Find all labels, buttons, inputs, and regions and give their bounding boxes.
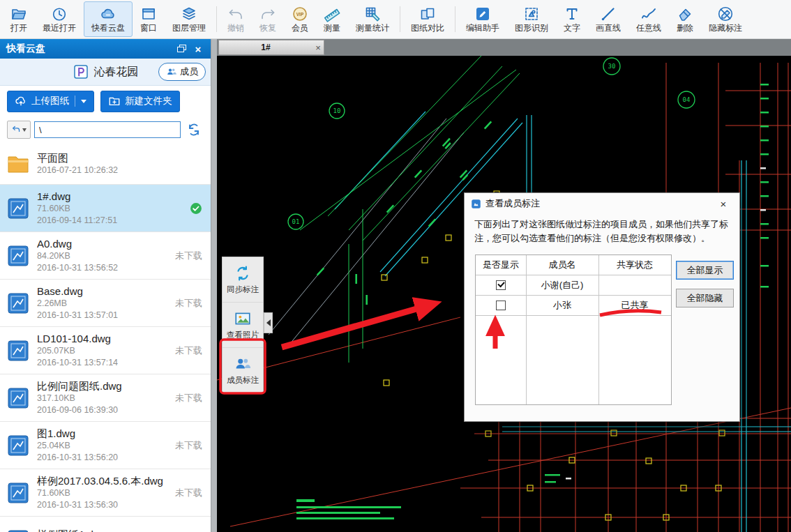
path-input[interactable]	[34, 121, 181, 138]
toolbar-label: 撤销	[227, 24, 244, 33]
back-dropdown-caret-icon	[22, 128, 27, 132]
toolbar-label: 快看云盘	[91, 24, 125, 33]
main-toolbar: 打开 最近打开 快看云盘 窗口 图层管理 撤销 恢复 VIP 会员	[0, 0, 791, 39]
toolbar-delete[interactable]: 删除	[669, 1, 701, 37]
dialog-close-icon[interactable]: ×	[714, 196, 733, 211]
project-icon	[73, 63, 89, 80]
toolbar-open[interactable]: 打开	[3, 1, 35, 37]
photo-icon	[234, 310, 252, 328]
file-date: 2016-09-14 11:27:51	[37, 215, 204, 227]
toolbar-draw-line[interactable]: 画直线	[588, 1, 628, 37]
line-tool-icon	[600, 6, 617, 22]
eraser-icon	[677, 6, 693, 22]
file-row[interactable]: LD101-104.dwg 205.07KB 2016-10-31 13:57:…	[0, 327, 211, 374]
toolbar-window[interactable]: 窗口	[133, 1, 165, 37]
panel-splitter[interactable]	[211, 39, 217, 532]
new-folder-button[interactable]: 新建文件夹	[100, 91, 180, 112]
file-row-selected[interactable]: 1#.dwg 71.60KB 2016-09-14 11:27:51	[0, 185, 211, 232]
toolbar-redo[interactable]: 恢复	[252, 1, 284, 37]
drawing-tab[interactable]: 1# ×	[218, 40, 324, 55]
project-row: 沁春花园 成员	[0, 59, 211, 86]
dwg-file-icon	[6, 386, 31, 411]
view-photos-button[interactable]: 查看照片	[223, 303, 263, 348]
toolbar-label: 打开	[10, 24, 27, 33]
file-name: 样例图纸1.dwg	[37, 528, 204, 532]
file-row-folder[interactable]: 平面图 2016-07-21 10:26:32	[0, 143, 211, 185]
dialog-titlebar[interactable]: 查看成员标注 ×	[465, 193, 739, 214]
members-icon	[166, 66, 177, 77]
table-header-row: 是否显示 成员名 共享状态	[476, 255, 671, 275]
hide-all-button[interactable]: 全部隐藏	[676, 289, 734, 307]
members-button-label: 成员	[180, 66, 198, 78]
layers-icon	[181, 6, 197, 22]
folder-icon	[6, 151, 31, 176]
member-annotations-icon	[234, 355, 252, 373]
refresh-button[interactable]	[184, 121, 204, 139]
project-name: 沁春花园	[94, 65, 139, 79]
dialog-title: 查看成员标注	[485, 197, 714, 210]
file-row[interactable]: 图1.dwg 25.04KB 2016-10-31 13:56:20 未下载	[0, 422, 211, 469]
downloaded-check-icon	[189, 202, 203, 215]
file-name: 平面图	[37, 151, 204, 165]
column-header: 是否显示	[476, 255, 526, 275]
toolbar-measure-stats[interactable]: 测量统计	[348, 1, 397, 37]
close-panel-icon[interactable]: ×	[192, 43, 204, 55]
panel-title: 快看云盘	[6, 43, 45, 55]
freehand-line-icon	[640, 6, 657, 22]
toolbar-freehand-line[interactable]: 任意线	[628, 1, 669, 37]
file-date: 2016-10-31 13:56:30	[37, 499, 204, 511]
show-annotations-checkbox[interactable]	[496, 301, 506, 310]
file-row[interactable]: 样例图纸1.dwg 64.13KB	[0, 517, 211, 532]
drive-actions-row: 上传图纸 新建文件夹	[0, 86, 211, 116]
annotation-palette: 同步标注 查看照片 成员标注	[222, 257, 264, 393]
file-row[interactable]: A0.dwg 84.20KB 2016-10-31 13:56:52 未下载	[0, 232, 211, 280]
toolbar-undo[interactable]: 撤销	[220, 1, 252, 37]
back-folder-button[interactable]	[7, 121, 31, 139]
toolbar-shape-recognition[interactable]: 图形识别	[507, 1, 556, 37]
file-row[interactable]: 样例2017.03.04.5.6.本.dwg 71.60KB 2016-10-3…	[0, 469, 211, 517]
toolbar-label: 窗口	[140, 24, 157, 33]
palette-collapse-handle[interactable]	[264, 312, 273, 333]
sync-annotations-button[interactable]: 同步标注	[223, 257, 263, 303]
tab-close-icon[interactable]: ×	[312, 43, 324, 53]
member-row: 小谢(自己)	[476, 275, 671, 296]
toolbar-edit-assistant[interactable]: 编辑助手	[458, 1, 507, 37]
file-row[interactable]: Base.dwg 2.26MB 2016-10-31 13:57:01 未下载	[0, 280, 211, 327]
toolbar-measure[interactable]: 测量	[316, 1, 348, 37]
download-status: 未下载	[175, 487, 202, 499]
toolbar-drawing-compare[interactable]: 图纸对比	[403, 1, 452, 37]
show-annotations-checkbox[interactable]	[496, 280, 506, 290]
file-date: 2016-10-31 13:57:01	[37, 310, 204, 321]
toolbar-vip-member[interactable]: VIP 会员	[284, 1, 316, 37]
toolbar-layer-manager[interactable]: 图层管理	[165, 1, 213, 37]
table-gridline	[526, 255, 527, 404]
share-status: 已共享	[598, 296, 671, 315]
toolbar-label: 会员	[292, 24, 308, 33]
document-tabbar: 1# ×	[217, 39, 791, 56]
toolbar-text[interactable]: 文字	[556, 1, 588, 37]
upload-drawing-button[interactable]: 上传图纸	[7, 91, 94, 112]
undo-icon	[227, 6, 244, 22]
upload-dropdown-caret-icon[interactable]	[81, 100, 86, 103]
open-folder-icon	[10, 6, 27, 22]
member-name: 小张	[526, 296, 598, 315]
file-row[interactable]: 比例问题图纸.dwg 317.10KB 2016-09-06 16:39:30 …	[0, 374, 211, 422]
hide-annotation-icon	[717, 6, 734, 22]
upload-button-label: 上传图纸	[31, 95, 69, 107]
toolbar-label: 画直线	[596, 24, 621, 33]
file-info: 平面图 2016-07-21 10:26:32	[37, 151, 204, 176]
column-header: 成员名	[526, 255, 598, 275]
toolbar-recent[interactable]: 最近打开	[35, 1, 84, 37]
toolbar-label: 文字	[564, 24, 580, 33]
member-annotations-button[interactable]: 成员标注	[223, 348, 263, 393]
show-all-button[interactable]: 全部显示	[676, 261, 734, 280]
toolbar-hide-annotations[interactable]: 隐藏标注	[701, 1, 750, 37]
members-table: 是否显示 成员名 共享状态 小谢(自己) 小张 已共享	[475, 254, 672, 405]
toolbar-cloud-drive[interactable]: 快看云盘	[84, 1, 133, 37]
undock-panel-icon[interactable]	[175, 43, 188, 55]
members-button[interactable]: 成员	[158, 63, 206, 81]
panel-header: 快看云盘 ×	[0, 39, 211, 59]
collapse-left-icon	[266, 319, 271, 326]
redo-icon	[259, 6, 276, 22]
file-name: LD101-104.dwg	[37, 332, 204, 345]
